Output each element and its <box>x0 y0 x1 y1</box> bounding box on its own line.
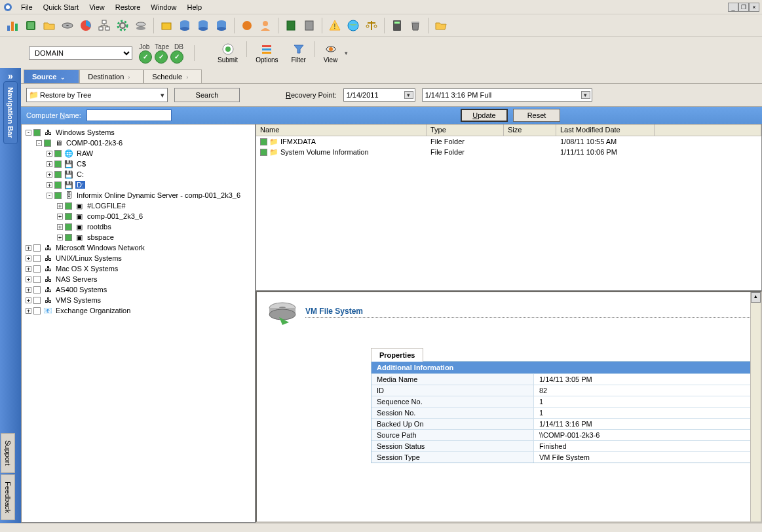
nav-tab-navigation-bar[interactable]: Navigation Bar <box>3 81 18 144</box>
tree-node-vms[interactable]: +🖧VMS Systems <box>23 295 254 305</box>
toolbar-pie-icon[interactable] <box>79 18 93 33</box>
checkbox-checked[interactable] <box>54 161 62 168</box>
collapse-icon[interactable]: - <box>47 193 52 199</box>
expand-icon[interactable]: + <box>26 256 31 261</box>
expand-icon[interactable]: + <box>47 161 52 167</box>
tree-node-unix[interactable]: +🖧UNIX/Linux Systems <box>23 253 254 263</box>
toolbar-open-icon[interactable] <box>434 18 448 33</box>
update-button[interactable]: Update <box>461 109 508 122</box>
scroll-up-icon[interactable]: ▴ <box>751 292 761 303</box>
toolbar-disk-icon[interactable] <box>60 18 75 33</box>
expand-icon[interactable]: + <box>57 203 63 209</box>
domain-select[interactable]: DOMAIN <box>29 47 132 60</box>
toolbar-scale-icon[interactable] <box>364 18 379 33</box>
collapse-icon[interactable]: - <box>26 130 31 136</box>
side-tab-support[interactable]: Support <box>1 433 15 473</box>
status-job-icon[interactable]: ✓ <box>139 50 152 64</box>
toolbar-trash-icon[interactable] <box>408 18 423 33</box>
tree-node-sbspace[interactable]: +▣sbspace <box>23 232 254 242</box>
toolbar-calc-icon[interactable] <box>390 18 404 33</box>
checkbox-checked[interactable] <box>65 223 72 231</box>
tree-node-logfile[interactable]: +▣#LOGFILE# <box>23 200 254 211</box>
toolbar-db3-icon[interactable] <box>214 18 229 33</box>
checkbox-unchecked[interactable] <box>33 265 41 273</box>
checkbox-unchecked[interactable] <box>33 297 41 304</box>
filter-button[interactable]: Filter <box>286 41 312 66</box>
checkbox-unchecked[interactable] <box>33 286 41 294</box>
properties-tab[interactable]: Properties <box>371 348 423 362</box>
tree-node-rootdbs[interactable]: +▣rootdbs <box>23 221 254 232</box>
toolbar-db1-icon[interactable] <box>178 18 192 33</box>
restore-button[interactable]: ❐ <box>738 3 749 12</box>
menu-file[interactable]: File <box>16 3 38 12</box>
checkbox-checked[interactable] <box>65 234 72 241</box>
expand-icon[interactable]: + <box>47 172 52 178</box>
source-tree[interactable]: -🖧Windows Systems -🖥COMP-001-2k3-6 +🌐RAW… <box>21 124 256 523</box>
col-modified[interactable]: Last Modified Date <box>556 124 655 136</box>
menu-window[interactable]: Window <box>145 3 181 12</box>
status-db-icon[interactable]: ✓ <box>170 50 183 64</box>
scrollbar[interactable]: ▴ <box>750 292 761 522</box>
tree-node-cdrive[interactable]: +💾C: <box>23 169 254 180</box>
expand-icon[interactable]: + <box>26 266 31 272</box>
toolbar-gear-icon[interactable] <box>115 18 130 33</box>
menu-quickstart[interactable]: Quick Start <box>38 3 84 12</box>
checkbox-checked[interactable] <box>54 150 62 157</box>
toolbar-server1-icon[interactable] <box>284 18 298 33</box>
recovery-date-select[interactable]: 1/14/2011▾ <box>343 88 415 102</box>
expand-icon[interactable]: + <box>57 235 63 240</box>
close-button[interactable]: × <box>749 3 759 12</box>
checkbox-unchecked[interactable] <box>33 255 41 262</box>
checkbox-checked[interactable] <box>65 202 72 210</box>
tree-node-ddrive[interactable]: +💾D: <box>23 180 254 190</box>
tree-node-nas[interactable]: +🖧NAS Servers <box>23 274 254 284</box>
tab-source[interactable]: Source⌄ <box>24 69 79 83</box>
menu-restore[interactable]: Restore <box>110 3 146 12</box>
submit-button[interactable]: Submit <box>212 41 244 66</box>
tree-node-macos[interactable]: +🖧Mac OS X Systems <box>23 263 254 274</box>
toolbar-box1-icon[interactable] <box>159 18 174 33</box>
tree-node-exchange[interactable]: +📧Exchange Organization <box>23 305 254 316</box>
tree-node-computer[interactable]: -🖥COMP-001-2k3-6 <box>23 138 254 148</box>
toolbar-server2-icon[interactable] <box>302 18 316 33</box>
minimize-button[interactable]: _ <box>728 3 738 12</box>
toolbar-db2-icon[interactable] <box>196 18 210 33</box>
toolbar-globe-icon[interactable] <box>346 18 360 33</box>
expand-icon[interactable]: + <box>47 151 52 157</box>
tree-node-raw[interactable]: +🌐RAW <box>23 148 254 159</box>
toolbar-org-icon[interactable] <box>97 18 111 33</box>
toolbar-warn-icon[interactable]: ! <box>328 18 342 33</box>
view-button[interactable]: View <box>318 41 344 66</box>
col-type[interactable]: Type <box>427 124 504 136</box>
tree-node-dbcomp[interactable]: +▣comp-001_2k3_6 <box>23 211 254 221</box>
tree-node-cshare[interactable]: +💾C$ <box>23 159 254 169</box>
menu-help[interactable]: Help <box>181 3 207 12</box>
reset-button[interactable]: Reset <box>513 109 560 122</box>
expand-icon[interactable]: + <box>57 224 63 230</box>
tab-schedule[interactable]: Schedule› <box>143 69 202 83</box>
expand-icon[interactable]: + <box>26 308 31 314</box>
restore-mode-select[interactable]: Restore by Tree <box>26 88 168 102</box>
list-body[interactable]: 📁IFMXDATA File Folder 1/08/11 10:55 AM 📁… <box>256 136 761 290</box>
checkbox-unchecked[interactable] <box>33 307 41 314</box>
checkbox-checked[interactable] <box>260 149 267 156</box>
toolbar-tools-icon[interactable] <box>240 18 254 33</box>
expand-icon[interactable]: + <box>47 182 52 188</box>
checkbox-checked[interactable] <box>65 213 72 220</box>
tab-destination[interactable]: Destination› <box>79 69 143 83</box>
expand-icon[interactable]: + <box>26 276 31 282</box>
list-row[interactable]: 📁IFMXDATA File Folder 1/08/11 10:55 AM <box>256 136 761 147</box>
checkbox-checked[interactable] <box>54 181 62 189</box>
menu-view[interactable]: View <box>84 3 110 12</box>
checkbox-checked[interactable] <box>33 129 41 136</box>
toolbar-folder-icon[interactable] <box>42 18 56 33</box>
side-tab-feedback[interactable]: Feedback <box>1 474 15 520</box>
checkbox-checked[interactable] <box>44 140 51 147</box>
status-tape-icon[interactable]: ✓ <box>155 50 168 64</box>
checkbox-checked[interactable] <box>54 192 62 199</box>
checkbox-checked[interactable] <box>260 138 267 145</box>
toolbar-media-icon[interactable] <box>134 18 148 33</box>
collapse-icon[interactable]: - <box>36 140 42 146</box>
recovery-session-select[interactable]: 1/14/11 3:16 PM Full▾ <box>422 88 592 102</box>
expand-icon[interactable]: + <box>57 214 63 219</box>
